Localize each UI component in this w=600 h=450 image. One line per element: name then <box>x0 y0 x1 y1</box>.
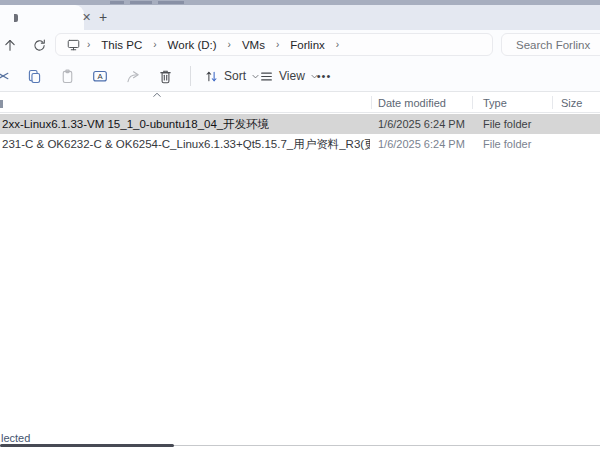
arrow-up-icon <box>2 37 18 53</box>
file-row-selected[interactable]: 2xx-Linux6.1.33-VM 15_1_0-ubuntu18_04_开发… <box>0 114 600 134</box>
file-type: File folder <box>483 118 531 130</box>
tab-folder-icon <box>14 14 18 22</box>
this-pc-monitor-icon <box>66 37 81 52</box>
view-lines-icon <box>259 69 274 84</box>
file-type: File folder <box>483 138 531 150</box>
file-date-modified: 1/6/2025 6:24 PM <box>378 138 465 150</box>
file-date-modified: 1/6/2025 6:24 PM <box>378 118 465 130</box>
column-divider[interactable] <box>472 96 473 109</box>
rename-icon: A <box>91 67 109 85</box>
background-window-text-fragment <box>158 1 184 4</box>
breadcrumb-forlinx[interactable]: Forlinx <box>283 39 332 51</box>
new-tab-button[interactable]: + <box>94 9 112 27</box>
breadcrumb-work-d[interactable]: Work (D:) <box>161 39 224 51</box>
breadcrumb-this-pc[interactable]: This PC <box>94 39 149 51</box>
breadcrumb-vms[interactable]: VMs <box>235 39 272 51</box>
ellipsis-icon: ••• <box>317 70 332 82</box>
status-bar-selected-text: lected <box>1 432 30 444</box>
tab-bar: ✕ + <box>0 5 600 30</box>
column-header-date-modified[interactable]: Date modified <box>378 97 446 109</box>
command-toolbar: A <box>0 59 600 92</box>
background-window-text-fragment <box>130 1 152 4</box>
file-name[interactable]: 2xx-Linux6.1.33-VM 15_1_0-ubuntu18_04_开发… <box>2 117 269 132</box>
chevron-right-icon[interactable]: › <box>149 39 160 50</box>
sort-arrows-icon <box>204 69 219 84</box>
more-options-button[interactable]: ••• <box>308 64 340 88</box>
trash-icon <box>157 68 174 85</box>
horizontal-scrollbar-thumb[interactable] <box>0 444 174 447</box>
address-bar[interactable]: › This PC › Work (D:) › VMs › Forlinx › <box>55 33 493 56</box>
chevron-right-icon: › <box>83 39 94 50</box>
navigation-bar: › This PC › Work (D:) › VMs › Forlinx › <box>0 30 600 59</box>
view-label: View <box>279 69 305 83</box>
toolbar-divider <box>190 66 191 86</box>
search-input[interactable] <box>502 34 600 55</box>
file-name[interactable]: 231-C & OK6232-C & OK6254-C_Linux6.1.33+… <box>2 137 370 152</box>
name-column-header-fragment[interactable] <box>0 100 3 108</box>
rename-button[interactable]: A <box>85 65 115 87</box>
file-explorer-window: ✕ + › This PC <box>0 0 600 450</box>
background-window-text-fragment <box>110 1 124 4</box>
copy-button[interactable] <box>19 65 49 87</box>
column-divider[interactable] <box>371 96 372 109</box>
sort-label: Sort <box>224 69 246 83</box>
tab-close-icon[interactable]: ✕ <box>78 9 95 26</box>
search-box[interactable] <box>501 33 600 56</box>
chevron-right-icon[interactable]: › <box>224 39 235 50</box>
column-divider[interactable] <box>552 96 553 109</box>
tab-forlinx[interactable] <box>0 5 84 30</box>
chevron-right-icon[interactable]: › <box>332 39 343 50</box>
share-button <box>118 65 148 87</box>
svg-text:A: A <box>97 72 103 81</box>
refresh-button[interactable] <box>29 35 49 55</box>
refresh-icon <box>32 38 47 53</box>
paste-icon <box>59 68 76 85</box>
up-button[interactable] <box>0 35 20 55</box>
file-row[interactable]: 231-C & OK6232-C & OK6254-C_Linux6.1.33+… <box>0 134 600 154</box>
column-header-type[interactable]: Type <box>483 97 507 109</box>
share-icon <box>125 68 142 85</box>
cut-button[interactable] <box>0 65 17 87</box>
paste-button <box>52 65 82 87</box>
column-header-row: Date modified Type Size <box>0 93 600 113</box>
chevron-right-icon[interactable]: › <box>272 39 283 50</box>
sort-ascending-caret-icon <box>152 91 162 99</box>
column-header-size[interactable]: Size <box>561 97 582 109</box>
delete-button[interactable] <box>150 65 180 87</box>
copy-icon <box>26 68 43 85</box>
scissors-icon <box>0 67 11 85</box>
